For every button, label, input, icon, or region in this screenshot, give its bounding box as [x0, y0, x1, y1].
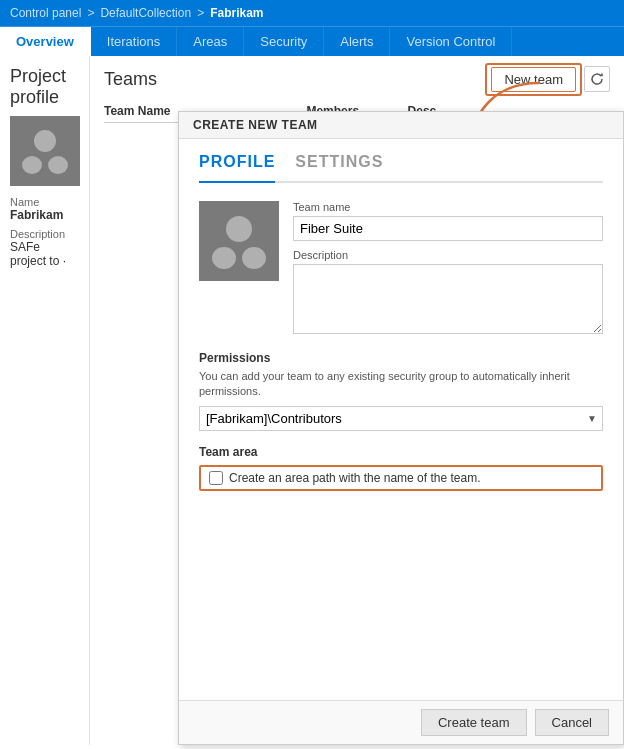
permissions-select[interactable]: [Fabrikam]\Contributors [Fabrikam]\Reade… — [199, 406, 603, 431]
teams-title: Teams — [104, 69, 157, 90]
svg-point-6 — [242, 247, 266, 269]
form-avatar — [199, 201, 279, 281]
form-fields: Team name Description — [293, 201, 603, 337]
create-team-modal: CREATE NEW TEAM PROFILE SETTINGS — [178, 111, 624, 745]
new-team-annotation: New team — [491, 67, 576, 92]
team-area-checkbox-row: Create an area path with the name of the… — [199, 465, 603, 491]
name-value: Fabrikam — [10, 208, 79, 222]
sidebar: Project profile Name Fabrikam Descriptio… — [0, 56, 90, 745]
tab-iterations[interactable]: Iterations — [91, 27, 177, 56]
nav-tabs: Overview Iterations Areas Security Alert… — [0, 26, 624, 56]
tab-security[interactable]: Security — [244, 27, 324, 56]
tab-alerts[interactable]: Alerts — [324, 27, 390, 56]
modal-footer: Create team Cancel — [179, 700, 623, 744]
project-profile-title: Project profile — [10, 66, 79, 108]
svg-point-0 — [34, 130, 56, 152]
new-team-button[interactable]: New team — [491, 67, 576, 92]
modal-body: PROFILE SETTINGS Team name — [179, 139, 623, 700]
description-label: Description — [10, 228, 79, 240]
permissions-label: Permissions — [199, 351, 603, 365]
permissions-desc: You can add your team to any existing se… — [199, 369, 603, 400]
modal-tab-profile[interactable]: PROFILE — [199, 153, 275, 183]
breadcrumb-sep-1: > — [87, 6, 94, 20]
name-label: Name — [10, 196, 79, 208]
tab-version-control[interactable]: Version Control — [390, 27, 512, 56]
right-panel: Teams New team Team Name Members — [90, 56, 624, 745]
breadcrumb-default-collection[interactable]: DefaultCollection — [100, 6, 191, 20]
create-team-button[interactable]: Create team — [421, 709, 527, 736]
svg-point-5 — [212, 247, 236, 269]
permissions-select-wrap: [Fabrikam]\Contributors [Fabrikam]\Reade… — [199, 406, 603, 431]
description-textarea[interactable] — [293, 264, 603, 334]
teams-actions: New team — [491, 66, 610, 92]
refresh-icon — [590, 72, 604, 86]
description-field-label: Description — [293, 249, 603, 261]
breadcrumb-fabrikam[interactable]: Fabrikam — [210, 6, 263, 20]
breadcrumb-control-panel[interactable]: Control panel — [10, 6, 81, 20]
team-name-label: Team name — [293, 201, 603, 213]
refresh-button[interactable] — [584, 66, 610, 92]
svg-point-2 — [48, 156, 68, 174]
svg-point-1 — [22, 156, 42, 174]
cancel-button[interactable]: Cancel — [535, 709, 609, 736]
form-row: Team name Description — [199, 201, 603, 337]
team-area-label: Team area — [199, 445, 603, 459]
team-area-section: Team area Create an area path with the n… — [199, 445, 603, 491]
team-area-checkbox[interactable] — [209, 471, 223, 485]
tab-areas[interactable]: Areas — [177, 27, 244, 56]
permissions-section: Permissions You can add your team to any… — [199, 351, 603, 431]
svg-point-4 — [226, 216, 252, 242]
content-area: Project profile Name Fabrikam Descriptio… — [0, 56, 624, 745]
breadcrumb-sep-2: > — [197, 6, 204, 20]
modal-tab-settings[interactable]: SETTINGS — [295, 153, 383, 175]
description-value: SAFe project to · — [10, 240, 79, 268]
team-name-input[interactable] — [293, 216, 603, 241]
modal-tabs: PROFILE SETTINGS — [199, 153, 603, 183]
project-avatar — [10, 116, 80, 186]
breadcrumb-bar: Control panel > DefaultCollection > Fabr… — [0, 0, 624, 26]
tab-overview[interactable]: Overview — [0, 27, 91, 56]
modal-title: CREATE NEW TEAM — [179, 112, 623, 139]
teams-header: Teams New team — [104, 66, 610, 92]
team-area-checkbox-label: Create an area path with the name of the… — [229, 471, 480, 485]
